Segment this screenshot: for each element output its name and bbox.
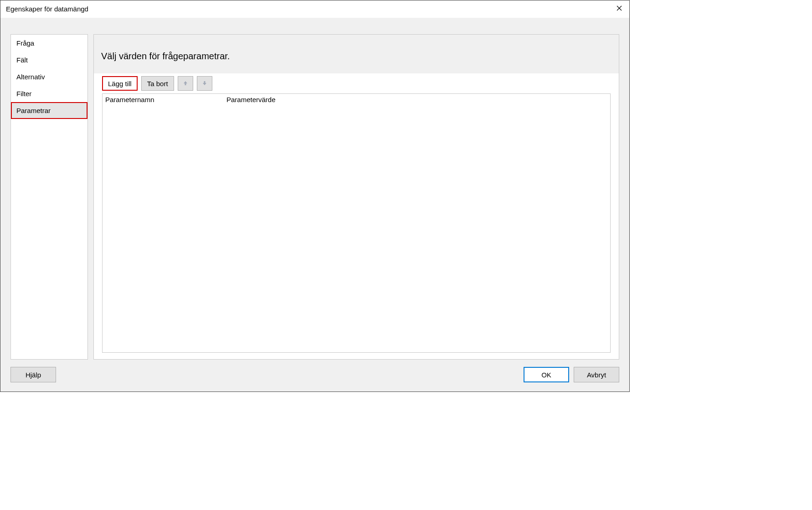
arrow-down-icon	[201, 80, 208, 88]
titlebar: Egenskaper för datamängd	[0, 0, 629, 18]
content-heading: Välj värden för frågeparametrar.	[94, 35, 619, 73]
footer-left: Hjälp	[10, 367, 56, 382]
parameters-grid[interactable]: Parameternamn Parametervärde	[102, 93, 611, 353]
window-title: Egenskaper för datamängd	[6, 5, 88, 13]
add-button-label: Lägg till	[108, 80, 132, 88]
ok-button-label: OK	[541, 371, 551, 379]
move-up-button[interactable]	[178, 76, 193, 91]
sidebar-item-options[interactable]: Alternativ	[11, 68, 87, 85]
sidebar-item-label: Filter	[16, 90, 31, 98]
sidebar-item-label: Fält	[16, 56, 28, 64]
sidebar-item-filter[interactable]: Filter	[11, 85, 87, 102]
grid-column-name: Parameternamn	[105, 96, 226, 103]
sidebar-item-label: Parametrar	[16, 107, 51, 114]
toolbar: Lägg till Ta bort	[102, 76, 611, 93]
close-icon	[617, 5, 622, 12]
content-panel: Välj värden för frågeparametrar. Lägg ti…	[93, 34, 619, 360]
sidebar-item-label: Fråga	[16, 39, 34, 47]
grid-column-value: Parametervärde	[226, 96, 607, 103]
arrow-up-icon	[182, 80, 189, 88]
sidebar-item-label: Alternativ	[16, 73, 45, 81]
dialog-body: Fråga Fält Alternativ Filter Parametrar …	[0, 18, 629, 392]
sidebar-item-parameters[interactable]: Parametrar	[11, 102, 87, 119]
add-button[interactable]: Lägg till	[102, 76, 138, 91]
cancel-button[interactable]: Avbryt	[574, 367, 619, 382]
remove-button[interactable]: Ta bort	[141, 76, 174, 91]
sidebar-item-fields[interactable]: Fält	[11, 52, 87, 68]
dialog-window: Egenskaper för datamängd Fråga Fält Alte…	[0, 0, 630, 392]
sidebar: Fråga Fält Alternativ Filter Parametrar	[10, 34, 88, 360]
cancel-button-label: Avbryt	[587, 371, 606, 379]
help-button-label: Hjälp	[26, 371, 41, 379]
content-body: Lägg till Ta bort	[94, 73, 619, 359]
grid-header-row: Parameternamn Parametervärde	[103, 94, 610, 105]
sidebar-item-query[interactable]: Fråga	[11, 35, 87, 52]
main-row: Fråga Fält Alternativ Filter Parametrar …	[0, 18, 629, 363]
help-button[interactable]: Hjälp	[10, 367, 56, 382]
close-button[interactable]	[615, 5, 624, 14]
move-down-button[interactable]	[197, 76, 212, 91]
remove-button-label: Ta bort	[147, 80, 168, 88]
footer-right: OK Avbryt	[524, 367, 619, 382]
dialog-footer: Hjälp OK Avbryt	[0, 363, 629, 392]
ok-button[interactable]: OK	[524, 367, 569, 382]
